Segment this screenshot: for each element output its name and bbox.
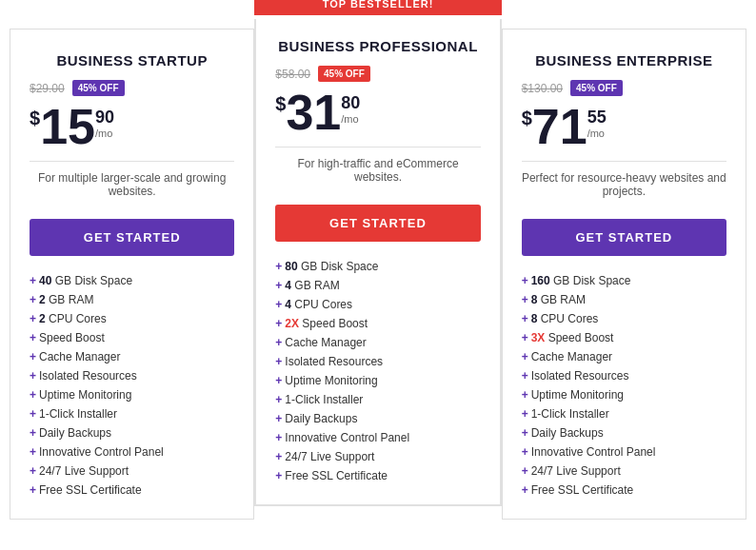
feature-item: +Isolated Resources — [275, 352, 480, 371]
price-cents-enterprise: 55 — [587, 108, 607, 128]
price-period-enterprise: /mo — [587, 128, 607, 139]
original-price-enterprise: $130.00 — [522, 82, 563, 95]
price-period-startup: /mo — [95, 128, 114, 139]
feature-item: +1-Click Installer — [30, 404, 234, 423]
feature-item: +Daily Backups — [522, 423, 726, 442]
feature-item: +Innovative Control Panel — [275, 428, 480, 447]
feature-item: +3X Speed Boost — [522, 328, 726, 347]
price-row-professional: $58.00 45% OFF — [275, 66, 480, 82]
feature-item: +4 GB RAM — [275, 276, 480, 295]
plan-card-enterprise: BUSINESS ENTERPRISE $130.00 45% OFF $ 71… — [502, 29, 746, 520]
discount-badge-enterprise: 45% OFF — [570, 80, 623, 96]
price-decimal-startup: 90 /mo — [95, 108, 114, 139]
features-list-startup: +40 GB Disk Space+2 GB RAM+2 CPU Cores+S… — [30, 271, 234, 500]
currency-startup: $ — [30, 108, 40, 129]
original-price-professional: $58.00 — [275, 68, 310, 81]
features-list-professional: +80 GB Disk Space+4 GB RAM+4 CPU Cores+2… — [275, 257, 480, 485]
feature-item: +Cache Manager — [30, 347, 234, 366]
feature-item: +Innovative Control Panel — [30, 442, 234, 462]
price-main-enterprise: $ 71 55 /mo — [522, 102, 726, 151]
plan-title-professional: BUSINESS PROFESSIONAL — [275, 38, 480, 54]
feature-item: +2 GB RAM — [30, 290, 234, 309]
plan-card-professional: TOP BESTSELLER!BUSINESS PROFESSIONAL $58… — [254, 19, 501, 506]
feature-item: +Free SSL Certificate — [522, 481, 726, 500]
get-started-btn-professional[interactable]: GET STARTED — [275, 205, 480, 242]
price-integer-enterprise: 71 — [532, 102, 587, 151]
discount-badge-startup: 45% OFF — [72, 80, 125, 96]
price-period-professional: /mo — [341, 113, 360, 125]
feature-item: +80 GB Disk Space — [275, 257, 480, 276]
plan-desc-enterprise: Perfect for resource-heavy websites and … — [522, 171, 726, 206]
feature-item: +2 CPU Cores — [30, 309, 234, 328]
feature-item: +Innovative Control Panel — [522, 442, 726, 462]
get-started-btn-enterprise[interactable]: GET STARTED — [522, 219, 726, 256]
plan-card-startup: BUSINESS STARTUP $29.00 45% OFF $ 15 90 … — [10, 29, 254, 520]
price-row-enterprise: $130.00 45% OFF — [522, 80, 726, 96]
feature-item: +Isolated Resources — [30, 366, 234, 385]
feature-item: +24/7 Live Support — [522, 462, 726, 481]
feature-item: +24/7 Live Support — [275, 447, 480, 466]
price-main-professional: $ 31 80 /mo — [275, 88, 480, 137]
price-integer-startup: 15 — [40, 102, 95, 151]
feature-item: +Daily Backups — [30, 423, 234, 442]
feature-item: +40 GB Disk Space — [30, 271, 234, 290]
feature-item: +Cache Manager — [522, 347, 726, 366]
divider-startup — [30, 161, 234, 162]
divider-professional — [275, 147, 480, 147]
feature-item: +160 GB Disk Space — [522, 271, 726, 290]
price-cents-startup: 90 — [95, 108, 114, 128]
plan-title-enterprise: BUSINESS ENTERPRISE — [522, 52, 726, 69]
feature-item: +Uptime Monitoring — [275, 371, 480, 390]
features-list-enterprise: +160 GB Disk Space+8 GB RAM+8 CPU Cores+… — [522, 271, 726, 500]
plan-title-startup: BUSINESS STARTUP — [30, 52, 234, 69]
feature-item: +1-Click Installer — [522, 404, 726, 423]
price-row-startup: $29.00 45% OFF — [30, 80, 234, 96]
feature-item: +2X Speed Boost — [275, 314, 480, 333]
feature-item: +8 CPU Cores — [522, 309, 726, 328]
feature-item: +1-Click Installer — [275, 390, 480, 409]
price-integer-professional: 31 — [286, 88, 341, 137]
plan-desc-professional: For high-traffic and eCommerce websites. — [275, 157, 480, 191]
plans-container: BUSINESS STARTUP $29.00 45% OFF $ 15 90 … — [10, 29, 746, 520]
feature-item: +Free SSL Certificate — [30, 481, 234, 500]
discount-badge-professional: 45% OFF — [318, 66, 370, 82]
feature-item: +Free SSL Certificate — [275, 466, 480, 485]
feature-item: +Uptime Monitoring — [522, 385, 726, 404]
currency-professional: $ — [275, 93, 286, 115]
plan-desc-startup: For multiple larger-scale and growing we… — [30, 171, 234, 206]
feature-item: +Daily Backups — [275, 409, 480, 428]
feature-item: +Isolated Resources — [522, 366, 726, 385]
price-cents-professional: 80 — [341, 93, 360, 113]
divider-enterprise — [522, 161, 726, 162]
get-started-btn-startup[interactable]: GET STARTED — [30, 219, 234, 256]
feature-item: +4 CPU Cores — [275, 295, 480, 314]
currency-enterprise: $ — [522, 108, 532, 129]
price-decimal-enterprise: 55 /mo — [587, 108, 607, 139]
feature-item: +Cache Manager — [275, 333, 480, 352]
original-price-startup: $29.00 — [30, 82, 65, 95]
price-main-startup: $ 15 90 /mo — [30, 102, 234, 151]
feature-item: +Uptime Monitoring — [30, 385, 234, 404]
price-decimal-professional: 80 /mo — [341, 93, 360, 125]
bestseller-banner: TOP BESTSELLER! — [254, 0, 501, 15]
feature-item: +24/7 Live Support — [30, 462, 234, 481]
feature-item: +8 GB RAM — [522, 290, 726, 309]
feature-item: +Speed Boost — [30, 328, 234, 347]
